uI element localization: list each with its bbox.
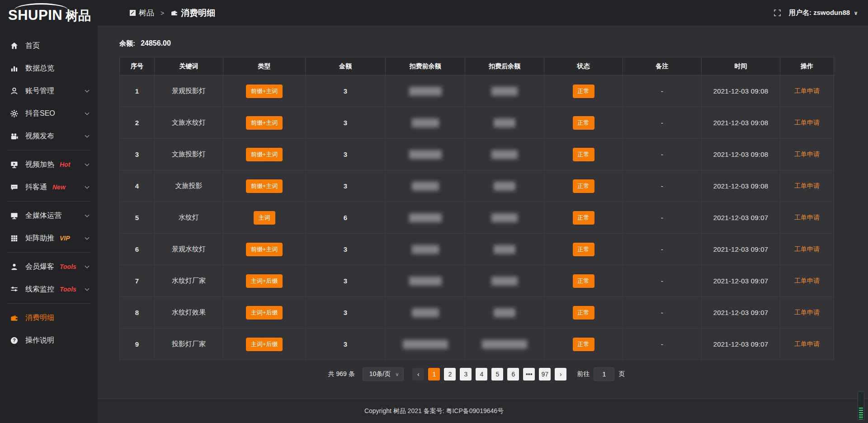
page-title: 消费明细 — [181, 7, 215, 19]
cell-remark: - — [623, 234, 702, 265]
work-order-link[interactable]: 工单申请 — [794, 182, 820, 189]
sidebar-item-label: 账号管理 — [25, 86, 54, 96]
cell-balance-before — [386, 265, 465, 297]
cell-balance-after — [465, 265, 544, 297]
cell-balance-after — [465, 107, 544, 139]
prev-page-button[interactable]: ‹ — [412, 368, 424, 381]
sidebar-item-matrix-boost[interactable]: 矩阵助推 VIP — [0, 227, 98, 249]
cell-remark: - — [623, 170, 702, 202]
sidebar-item-member-burst[interactable]: 会员爆客 Tools — [0, 255, 98, 278]
scroll-widget[interactable] — [858, 391, 864, 421]
sidebar-item-account-management[interactable]: 账号管理 — [0, 80, 98, 102]
cell-type: 前缀+主词 — [223, 139, 306, 170]
chevron-down-icon — [85, 135, 90, 138]
next-page-button[interactable]: › — [555, 368, 566, 381]
sidebar-item-instructions[interactable]: ? 操作说明 — [0, 329, 98, 352]
redacted-value — [412, 308, 439, 317]
page-button-4[interactable]: 4 — [476, 368, 487, 381]
redacted-value — [491, 277, 518, 286]
user-icon — [10, 87, 19, 95]
sidebar-item-label: 全媒体运营 — [25, 211, 61, 221]
work-order-link[interactable]: 工单申请 — [794, 309, 820, 316]
cell-balance-before — [386, 202, 465, 234]
goto-page-input[interactable] — [594, 367, 614, 381]
grid-icon — [10, 234, 19, 243]
cell-index: 2 — [120, 107, 155, 139]
work-order-link[interactable]: 工单申请 — [794, 277, 820, 284]
table-row: 5 水纹灯 主词 6 正常 - 2021-12-03 09:07 工单申请 — [120, 202, 834, 234]
page-button-97[interactable]: 97 — [539, 368, 551, 381]
page-button-3[interactable]: 3 — [460, 368, 472, 381]
type-badge: 主词 — [254, 211, 275, 225]
cell-action: 工单申请 — [780, 75, 834, 107]
fullscreen-icon[interactable] — [774, 9, 781, 16]
copyright-text: Copyright 树品 2021 备案号: 粤ICP备09019646号 — [364, 407, 504, 415]
sidebar-item-video-publish[interactable]: 视频发布 — [0, 125, 98, 147]
col-time: 时间 — [702, 57, 780, 75]
sidebar-item-video-heat[interactable]: 视频加热 Hot — [0, 153, 98, 176]
username[interactable]: 用户名: zswodun88 ∨ — [789, 9, 858, 17]
balance-value: 24856.00 — [141, 39, 171, 47]
page-button-6[interactable]: 6 — [507, 368, 519, 381]
cell-action: 工单申请 — [780, 265, 834, 297]
cell-balance-after — [465, 202, 544, 234]
cell-remark: - — [623, 297, 702, 329]
chevron-down-icon: ∨ — [854, 10, 858, 16]
redacted-value — [412, 245, 439, 254]
sidebar-item-label: 数据总览 — [25, 64, 54, 73]
table-row: 9 投影灯厂家 主词+后缀 3 正常 - 2021-12-03 09:07 工单… — [120, 329, 834, 360]
logo-arc — [14, 3, 68, 10]
chat-icon — [10, 183, 19, 192]
redacted-value — [491, 150, 518, 159]
page-button-2[interactable]: 2 — [444, 368, 456, 381]
type-badge: 主词+后缀 — [246, 274, 283, 288]
redacted-value — [482, 340, 527, 349]
cell-status: 正常 — [544, 170, 623, 202]
cell-action: 工单申请 — [780, 234, 834, 265]
cell-balance-before — [386, 139, 465, 170]
vip-badge: VIP — [60, 235, 70, 242]
user-zone: 用户名: zswodun88 ∨ — [774, 9, 858, 17]
sidebar-item-clue-monitor[interactable]: 线索监控 Tools — [0, 278, 98, 301]
page-button-5[interactable]: 5 — [491, 368, 503, 381]
cell-type: 主词 — [223, 202, 306, 234]
balance: 余额: 24856.00 — [119, 39, 834, 48]
breadcrumb-current: 消费明细 — [170, 7, 215, 19]
redacted-value — [494, 308, 515, 317]
cell-time: 2021-12-03 09:08 — [702, 170, 780, 202]
home-icon — [10, 42, 19, 50]
type-badge: 主词+后缀 — [246, 338, 283, 351]
work-order-link[interactable]: 工单申请 — [794, 245, 820, 253]
sidebar-item-home[interactable]: 首页 — [0, 34, 98, 57]
work-order-link[interactable]: 工单申请 — [794, 340, 820, 348]
cell-index: 7 — [120, 265, 155, 297]
work-order-link[interactable]: 工单申请 — [794, 150, 820, 158]
cell-amount: 3 — [306, 297, 386, 329]
cell-remark: - — [623, 107, 702, 139]
sidebar-item-douyin-seo[interactable]: 抖音SEO — [0, 102, 98, 125]
cell-balance-after — [465, 329, 544, 360]
cell-balance-after — [465, 297, 544, 329]
page-ellipsis-button[interactable]: ••• — [523, 368, 535, 381]
sidebar-item-all-media[interactable]: 全媒体运营 — [0, 204, 98, 227]
breadcrumb: 树品 > 消费明细 — [129, 7, 215, 19]
page-button-1[interactable]: 1 — [428, 368, 440, 381]
video-camera-icon — [10, 132, 19, 141]
work-order-link[interactable]: 工单申请 — [794, 119, 820, 126]
work-order-link[interactable]: 工单申请 — [794, 214, 820, 221]
cell-remark: - — [623, 329, 702, 360]
page-size-select[interactable]: 10条/页 ∨ — [363, 367, 404, 381]
cell-keyword: 文旅水纹灯 — [155, 107, 223, 139]
sidebar-item-data-overview[interactable]: 数据总览 — [0, 57, 98, 80]
logo: SHUPIN 树品 — [0, 0, 98, 29]
work-order-link[interactable]: 工单申请 — [794, 87, 820, 94]
sidebar-item-consumption-detail[interactable]: 消费明细 — [0, 306, 98, 329]
redacted-value — [403, 340, 448, 349]
breadcrumb-root[interactable]: 树品 — [129, 8, 154, 18]
sidebar-item-doketong[interactable]: 抖客通 New — [0, 176, 98, 198]
breadcrumb-separator: > — [160, 9, 164, 17]
cell-time: 2021-12-03 09:08 — [702, 139, 780, 170]
redacted-value — [494, 245, 515, 254]
topbar: 树品 > 消费明细 用户名: zswodun88 ∨ — [98, 0, 868, 26]
cell-remark: - — [623, 75, 702, 107]
